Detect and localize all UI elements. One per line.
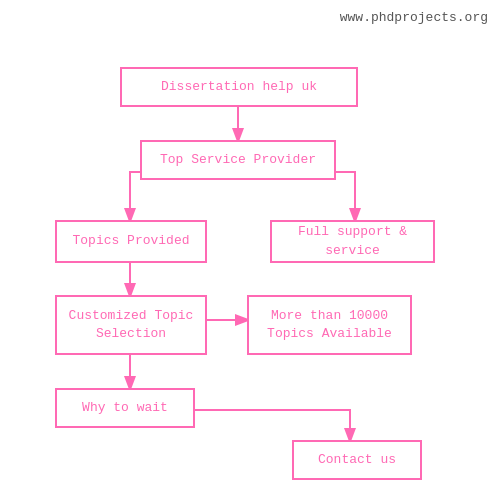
why-to-wait-box: Why to wait: [55, 388, 195, 428]
more-than-topics-box: More than 10000 Topics Available: [247, 295, 412, 355]
dissertation-box: Dissertation help uk: [120, 67, 358, 107]
customized-topic-box: Customized Topic Selection: [55, 295, 207, 355]
topics-provided-box: Topics Provided: [55, 220, 207, 263]
top-service-box: Top Service Provider: [140, 140, 336, 180]
contact-us-box: Contact us: [292, 440, 422, 480]
full-support-box: Full support & service: [270, 220, 435, 263]
watermark-text: www.phdprojects.org: [340, 10, 488, 25]
